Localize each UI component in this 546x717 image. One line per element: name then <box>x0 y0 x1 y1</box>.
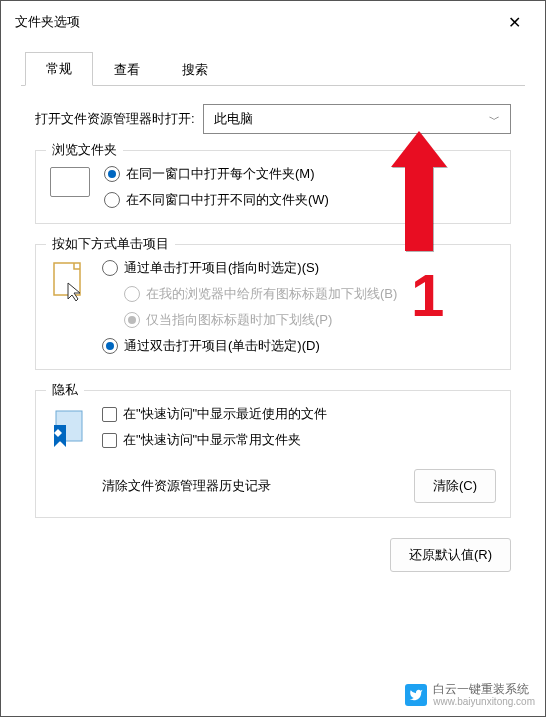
checkbox-icon <box>102 433 117 448</box>
content-area: 常规 查看 搜索 打开文件资源管理器时打开: 此电脑 ﹀ 浏览文件夹 在同一窗口… <box>1 43 545 598</box>
browse-new-window-radio[interactable]: 在不同窗口中打开不同的文件夹(W) <box>104 191 329 209</box>
click-double-radio[interactable]: 通过双击打开项目(单击时选定)(D) <box>102 337 397 355</box>
dropdown-value: 此电脑 <box>214 110 253 128</box>
window-icon <box>50 167 90 197</box>
radio-icon <box>102 338 118 354</box>
underline-all-radio: 在我的浏览器中给所有图标标题加下划线(B) <box>124 285 397 303</box>
open-with-dropdown[interactable]: 此电脑 ﹀ <box>203 104 511 134</box>
click-title: 按如下方式单击项目 <box>46 235 175 253</box>
watermark-logo-icon <box>405 684 427 706</box>
radio-label: 在不同窗口中打开不同的文件夹(W) <box>126 191 329 209</box>
document-cursor-icon <box>50 261 88 301</box>
open-with-label: 打开文件资源管理器时打开: <box>35 110 195 128</box>
clear-history-label: 清除文件资源管理器历史记录 <box>102 477 271 495</box>
watermark-url: www.baiyunxitong.com <box>433 696 535 708</box>
titlebar: 文件夹选项 ✕ <box>1 1 545 43</box>
privacy-title: 隐私 <box>46 381 84 399</box>
checkbox-label: 在"快速访问"中显示常用文件夹 <box>123 431 301 449</box>
browse-title: 浏览文件夹 <box>46 141 123 159</box>
tab-view[interactable]: 查看 <box>93 53 161 86</box>
privacy-recent-checkbox[interactable]: 在"快速访问"中显示最近使用的文件 <box>102 405 496 423</box>
click-single-radio[interactable]: 通过单击打开项目(指向时选定)(S) <box>102 259 397 277</box>
radio-label: 通过单击打开项目(指向时选定)(S) <box>124 259 319 277</box>
chevron-down-icon: ﹀ <box>489 112 500 127</box>
checkbox-label: 在"快速访问"中显示最近使用的文件 <box>123 405 327 423</box>
checkbox-icon <box>102 407 117 422</box>
window-title: 文件夹选项 <box>15 13 80 31</box>
privacy-group: 隐私 在"快速访问"中显示最近使用的文件 在 <box>35 390 511 518</box>
underline-point-radio: 仅当指向图标标题时加下划线(P) <box>124 311 397 329</box>
radio-icon <box>104 166 120 182</box>
tab-search[interactable]: 搜索 <box>161 53 229 86</box>
privacy-frequent-checkbox[interactable]: 在"快速访问"中显示常用文件夹 <box>102 431 496 449</box>
radio-label: 通过双击打开项目(单击时选定)(D) <box>124 337 320 355</box>
browse-same-window-radio[interactable]: 在同一窗口中打开每个文件夹(M) <box>104 165 329 183</box>
watermark-text: 白云一键重装系统 <box>433 682 535 696</box>
browse-group: 浏览文件夹 在同一窗口中打开每个文件夹(M) 在不同窗口中打开不同的文件夹(W) <box>35 150 511 224</box>
radio-label: 在我的浏览器中给所有图标标题加下划线(B) <box>146 285 397 303</box>
quickaccess-icon <box>50 407 88 449</box>
tab-body: 打开文件资源管理器时打开: 此电脑 ﹀ 浏览文件夹 在同一窗口中打开每个文件夹(… <box>21 86 525 582</box>
tab-strip: 常规 查看 搜索 <box>21 51 525 86</box>
radio-icon <box>124 312 140 328</box>
radio-label: 在同一窗口中打开每个文件夹(M) <box>126 165 315 183</box>
watermark: 白云一键重装系统 www.baiyunxitong.com <box>405 682 535 708</box>
open-with-row: 打开文件资源管理器时打开: 此电脑 ﹀ <box>35 104 511 134</box>
radio-icon <box>102 260 118 276</box>
click-group: 按如下方式单击项目 通过单击打开项目(指向时选定)(S) <box>35 244 511 370</box>
tab-general[interactable]: 常规 <box>25 52 93 86</box>
clear-button[interactable]: 清除(C) <box>414 469 496 503</box>
radio-label: 仅当指向图标标题时加下划线(P) <box>146 311 332 329</box>
radio-icon <box>104 192 120 208</box>
restore-defaults-button[interactable]: 还原默认值(R) <box>390 538 511 572</box>
radio-icon <box>124 286 140 302</box>
close-button[interactable]: ✕ <box>498 9 531 36</box>
